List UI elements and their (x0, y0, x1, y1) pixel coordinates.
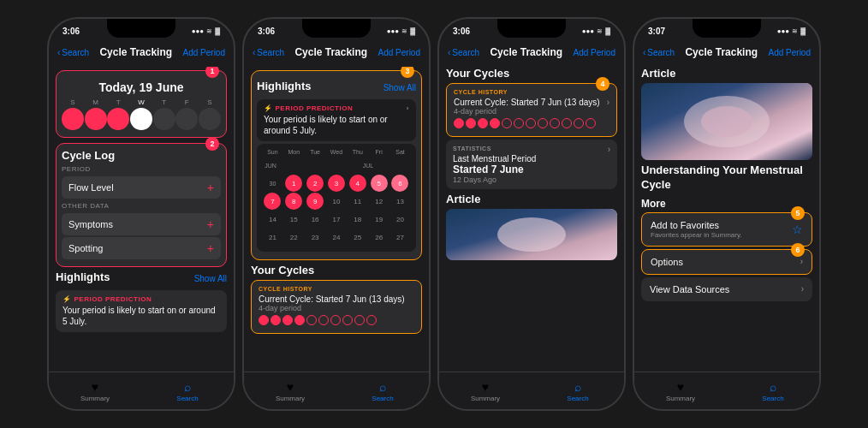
time-3: 3:06 (453, 27, 470, 36)
other-data-label: OTHER DATA (62, 202, 221, 210)
tab-summary-4[interactable]: ♥ Summary (634, 380, 727, 402)
add-period-button-2[interactable]: Add Period (378, 48, 420, 57)
back-button-3[interactable]: ‹ Search (448, 48, 479, 57)
cal-day-5[interactable] (153, 108, 175, 130)
flow-plus-icon[interactable]: + (207, 181, 214, 194)
cal-day-6[interactable] (175, 108, 198, 130)
md-24[interactable]: 24 (328, 229, 345, 246)
mini-cal-row-1: 30 1 2 3 4 5 6 (262, 175, 411, 192)
show-all-link-2[interactable]: Show All (383, 83, 416, 92)
cycle-history-section-3[interactable]: 4 CYCLE HISTORY Current Cycle: Started 7… (446, 83, 617, 137)
md-11[interactable]: 11 (349, 193, 366, 210)
add-favorites-text: Add to Favorites (651, 220, 742, 230)
md-20[interactable]: 20 (391, 211, 408, 228)
cal-day-3[interactable] (107, 108, 129, 130)
date-section: 1 Today, 19 June S M T W T F S (56, 70, 227, 138)
add-period-button-1[interactable]: Add Period (183, 48, 225, 57)
back-button-2[interactable]: ‹ Search (253, 48, 284, 57)
md-5[interactable]: 5 (371, 175, 388, 192)
md-26[interactable]: 26 (371, 229, 388, 246)
view-data-sources-row[interactable]: View Data Sources › (641, 277, 812, 301)
tab-summary-label-4: Summary (666, 395, 695, 402)
md-19[interactable]: 19 (371, 211, 388, 228)
back-button-4[interactable]: ‹ Search (643, 48, 675, 57)
cycle-history-card-2[interactable]: CYCLE HISTORY Current Cycle: Started 7 J… (251, 280, 422, 334)
tab-summary-1[interactable]: ♥ Summary (49, 380, 141, 402)
tab-search-4[interactable]: ⌕ Search (727, 380, 819, 402)
md-13[interactable]: 13 (391, 193, 408, 210)
spotting-plus-icon[interactable]: + (207, 241, 214, 255)
cycle-log-title: Cycle Log (62, 149, 221, 162)
highlights-header-2: Highlights Show All (257, 80, 416, 96)
md-1[interactable]: 1 (285, 175, 302, 192)
tab-search-2[interactable]: ⌕ Search (336, 380, 429, 402)
article-image-3 (446, 209, 617, 260)
md-2[interactable]: 2 (306, 175, 324, 192)
back-chevron-icon-2: ‹ (253, 48, 255, 57)
symptoms-plus-icon[interactable]: + (207, 217, 214, 231)
md-6[interactable]: 6 (391, 175, 408, 192)
status-icons-3: ●●● ≋ ▓ (582, 27, 610, 35)
md-27[interactable]: 27 (391, 229, 408, 246)
tab-search-3[interactable]: ⌕ Search (532, 380, 624, 402)
prediction-title-2: ⚡ PERIOD PREDICTION › (264, 104, 409, 112)
status-icons-4: ●●● ≋ ▓ (777, 27, 806, 35)
md-25[interactable]: 25 (349, 229, 366, 246)
md-3[interactable]: 3 (328, 175, 345, 192)
period-label: PERIOD (62, 165, 221, 173)
md-21[interactable]: 21 (264, 229, 281, 246)
cal-day-2[interactable] (85, 108, 107, 130)
add-favorites-row[interactable]: 5 Add to Favorites Favorites appear in S… (641, 212, 812, 247)
tab-summary-2[interactable]: ♥ Summary (244, 380, 336, 402)
section-number-2: 2 (205, 137, 219, 151)
tab-summary-label-3: Summary (471, 395, 500, 402)
md-10[interactable]: 10 (328, 193, 345, 210)
search-icon-2: ⌕ (379, 380, 386, 394)
md-22[interactable]: 22 (285, 229, 302, 246)
your-cycles-title-3: Your Cycles (446, 67, 617, 80)
d9 (550, 118, 560, 128)
cal-day-7[interactable] (199, 108, 221, 130)
heart-icon-1: ♥ (92, 380, 98, 394)
highlights-title-2: Highlights (257, 80, 312, 92)
md-17[interactable]: 17 (328, 211, 345, 228)
mcal-tue: Tue (306, 149, 324, 155)
prediction-title-1: ⚡ PERIOD PREDICTION (62, 295, 220, 303)
cal-day-4[interactable] (130, 108, 152, 130)
date-text: Today, 19 June (98, 80, 183, 94)
tab-search-1[interactable]: ⌕ Search (141, 380, 234, 402)
article-label-4: Article (641, 67, 812, 80)
add-period-button-3[interactable]: Add Period (574, 48, 615, 57)
battery-icon: ▓ (215, 27, 220, 35)
spotting-label: Spotting (68, 243, 103, 253)
md-15[interactable]: 15 (285, 211, 302, 228)
md-16[interactable]: 16 (306, 211, 324, 228)
md-23[interactable]: 23 (306, 229, 324, 246)
statistics-card-3[interactable]: STATISTICS › Last Menstrual Period Start… (446, 140, 617, 189)
status-icons-1: ●●● ≋ ▓ (192, 27, 220, 35)
wifi-icon-2: ≋ (401, 27, 407, 35)
cal-day-1[interactable] (62, 108, 84, 130)
dot-7 (330, 315, 341, 325)
md-14[interactable]: 14 (264, 211, 281, 228)
spotting-row[interactable]: Spotting + (62, 237, 221, 259)
tab-summary-3[interactable]: ♥ Summary (439, 380, 532, 402)
add-period-button-4[interactable]: Add Period (769, 48, 811, 57)
md-4[interactable]: 4 (349, 175, 366, 192)
md-18[interactable]: 18 (349, 211, 366, 228)
back-button-1[interactable]: ‹ Search (57, 48, 89, 57)
md-7[interactable]: 7 (264, 193, 281, 210)
md-12[interactable]: 12 (371, 193, 388, 210)
section-number-4: 4 (596, 77, 609, 91)
options-text: Options (651, 257, 683, 267)
article-card-3[interactable] (446, 209, 617, 260)
md-8[interactable]: 8 (285, 193, 302, 210)
started-date-text: Started 7 June (453, 163, 610, 175)
flow-level-row[interactable]: Flow Level + (62, 176, 221, 199)
md-9[interactable]: 9 (306, 193, 324, 210)
show-all-link-1[interactable]: Show All (194, 274, 227, 283)
symptoms-row[interactable]: Symptoms + (62, 213, 221, 235)
tab-bar-3: ♥ Summary ⌕ Search (439, 372, 624, 409)
phone-3: 3:06 ●●● ≋ ▓ ‹ Search Cycle Tracking Add… (437, 17, 626, 411)
options-row[interactable]: 6 Options › (641, 249, 812, 275)
